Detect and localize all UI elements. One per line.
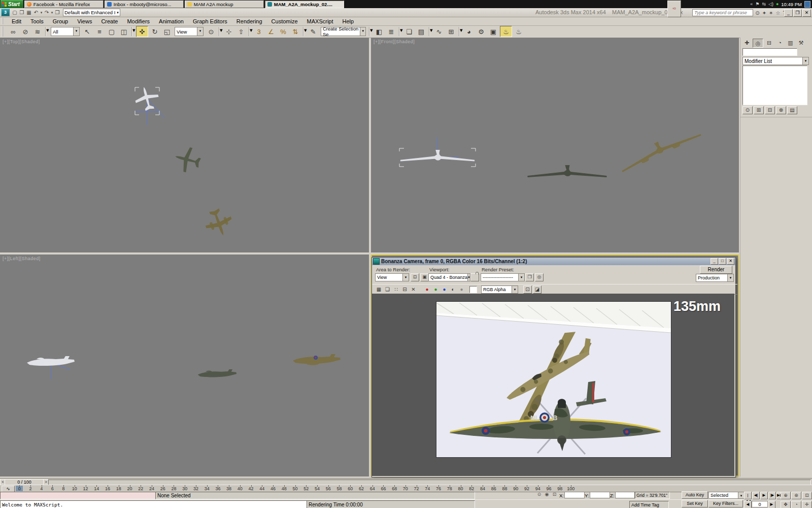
blue-channel-icon[interactable]: ●	[441, 286, 448, 293]
z-coordinate-field[interactable]	[615, 492, 635, 498]
menu-item[interactable]: Modifiers	[122, 18, 154, 25]
green-channel-icon[interactable]: ●	[432, 286, 439, 293]
red-channel-icon[interactable]: ●	[423, 286, 431, 293]
infocenter-search-input[interactable]	[692, 9, 753, 16]
key-step-back-button[interactable]: ◀	[744, 501, 752, 508]
percent-snap-icon[interactable]: % ▾	[278, 26, 289, 37]
spitfire-side-view[interactable]	[198, 369, 236, 377]
reference-coordinate-dropdown[interactable]: View ▾	[175, 27, 204, 36]
close-button[interactable]: ✕	[802, 9, 811, 17]
menu-item[interactable]: Graph Editors	[188, 18, 232, 25]
pan-icon[interactable]: ✥	[781, 501, 791, 508]
window-crossing-icon[interactable]: ◫ ▾	[118, 26, 129, 37]
set-key-button[interactable]: Set Key	[682, 500, 708, 507]
application-menu-button[interactable]: 3	[1, 9, 10, 16]
production-dropdown[interactable]: Production▾	[696, 274, 734, 282]
show-desktop-icon[interactable]	[804, 1, 810, 8]
menu-item[interactable]: Create	[96, 18, 122, 25]
modifier-stack[interactable]	[742, 66, 807, 105]
spitfire-front-view[interactable]	[528, 165, 607, 177]
maxscript-listener-line[interactable]: Welcome to MAXScript.	[0, 500, 308, 508]
taskbar-item-max[interactable]: MAM_A2A_mockup_02....	[265, 1, 344, 8]
add-time-tag[interactable]: Add Time Tag	[629, 501, 669, 508]
search-icon[interactable]: ⊙	[755, 10, 759, 16]
redo-flyout-caret[interactable]: ▾	[50, 11, 54, 15]
monochrome-channel-icon[interactable]: ◐	[449, 286, 457, 293]
undo-icon[interactable]: ↶	[32, 9, 40, 16]
edit-region-icon[interactable]: ⊡	[411, 273, 419, 281]
channel-set-icon[interactable]: ∷	[392, 286, 400, 293]
select-and-move-icon[interactable]: ✜ ▾	[136, 26, 148, 37]
hidden-icons-button[interactable]: «	[750, 2, 753, 7]
redo-icon[interactable]: ↷	[43, 9, 50, 16]
edit-named-selections-icon[interactable]: ✎ ▾	[308, 26, 319, 37]
render-setup-icon[interactable]: ⚙ ▾	[476, 26, 487, 37]
remove-modifier-icon[interactable]: ⊗	[776, 106, 786, 114]
network-icon[interactable]: ⇆	[762, 2, 766, 7]
zoom-all-icon[interactable]: ⊛	[791, 492, 801, 499]
save-file-icon[interactable]: ▦	[25, 9, 32, 16]
viewport-dropdown[interactable]: Quad 4 - Bonanza▾	[428, 273, 470, 281]
selection-set-dropdown[interactable]: Selected▾	[708, 492, 745, 499]
menu-item[interactable]: MAXScript	[302, 18, 338, 25]
make-unique-icon[interactable]: ⊟	[765, 106, 775, 114]
macro-recorder-line[interactable]	[0, 492, 156, 499]
open-file-icon[interactable]: ❒	[18, 9, 25, 16]
spitfire-top-view[interactable]	[172, 144, 203, 175]
bonanza-top-view[interactable]	[132, 84, 161, 113]
curve-editor-icon[interactable]: ∿ ▾	[433, 26, 445, 37]
rfw-maximize-button[interactable]: □	[719, 258, 726, 265]
bind-to-space-warp-icon[interactable]: ≋ ▾	[32, 26, 43, 37]
messenger-icon[interactable]: ●	[776, 2, 779, 7]
taskbar-item-folder[interactable]: MAM A2A mockup	[185, 1, 264, 8]
project-folder-icon[interactable]: ❐	[54, 9, 61, 16]
utilities-tab[interactable]: ⚒	[796, 39, 806, 47]
menu-item[interactable]: Rendering	[232, 18, 267, 25]
unlink-selection-icon[interactable]: ⊘ ▾	[20, 26, 31, 37]
rfw-titlebar[interactable]: Bonanza Camera, frame 0, RGBA Color 16 B…	[372, 258, 735, 265]
area-to-render-dropdown[interactable]: View▾	[375, 273, 409, 281]
move-gizmo[interactable]	[437, 137, 459, 157]
minimize-button[interactable]: _	[784, 9, 793, 17]
rendered-frame-icon[interactable]: ▣ ▾	[488, 26, 499, 37]
motion-tab[interactable]: ◔	[775, 39, 785, 47]
save-preset-icon[interactable]: ❒	[525, 273, 534, 281]
select-and-manipulate-icon[interactable]: ⊹ ▾	[223, 26, 234, 37]
volume-icon[interactable]: ◁)	[768, 2, 773, 7]
next-frame-button[interactable]: |▶	[768, 492, 776, 499]
menu-item[interactable]: Views	[73, 18, 96, 25]
viewport-left-label[interactable]: [+][Left][Shaded]	[3, 256, 41, 261]
auto-region-icon[interactable]: ▣	[420, 273, 429, 281]
me262-side-view[interactable]	[293, 354, 341, 365]
orbit-icon[interactable]: ◔	[791, 501, 801, 508]
key-step-forward-button[interactable]: ▶	[768, 501, 775, 508]
toggle-ui-overlays-icon[interactable]: ⊡	[523, 285, 532, 294]
restore-button[interactable]: ❐	[793, 9, 802, 17]
auto-key-button[interactable]: Auto Key	[682, 491, 708, 499]
clear-image-icon[interactable]: ✕	[410, 286, 417, 293]
taskbar-item-inbox[interactable]: Inbox - mbooty@microso...	[105, 1, 184, 8]
rfw-close-button[interactable]: ✕	[727, 258, 734, 265]
viewport-top[interactable]: [+][Top][Shaded]	[0, 38, 369, 252]
start-button[interactable]: Start	[1, 0, 23, 8]
menu-item[interactable]: Customize	[267, 18, 302, 25]
render-production-icon[interactable]: ♨ ▾	[500, 26, 512, 37]
communication-center-icon[interactable]: ✶	[769, 10, 773, 16]
go-to-start-button[interactable]: |◀◀	[744, 492, 752, 499]
named-selection-dropdown[interactable]: Create Selection Se ▾	[321, 27, 366, 36]
me262-front-view[interactable]	[617, 124, 701, 173]
menu-item[interactable]: Tools	[26, 18, 48, 25]
modify-tab[interactable]: ◎	[753, 39, 763, 48]
show-end-result-icon[interactable]: ⊞	[754, 106, 764, 114]
display-tab[interactable]: ▥	[786, 39, 795, 47]
y-coordinate-field[interactable]	[590, 492, 610, 498]
schematic-view-icon[interactable]: ⊞ ▾	[446, 26, 457, 37]
rfw-minimize-button[interactable]: _	[710, 258, 718, 265]
graphite-ribbon-icon[interactable]: ▤ ▾	[416, 26, 427, 37]
bonanza-side-view[interactable]	[27, 356, 75, 366]
channel-display-dropdown[interactable]: RGB Alpha▾	[481, 285, 518, 294]
manage-layers-icon[interactable]: ❏ ▾	[403, 26, 415, 37]
print-image-icon[interactable]: ⊟	[401, 286, 409, 293]
save-image-icon[interactable]: ▦	[375, 286, 383, 293]
background-color-swatch[interactable]	[469, 286, 477, 293]
